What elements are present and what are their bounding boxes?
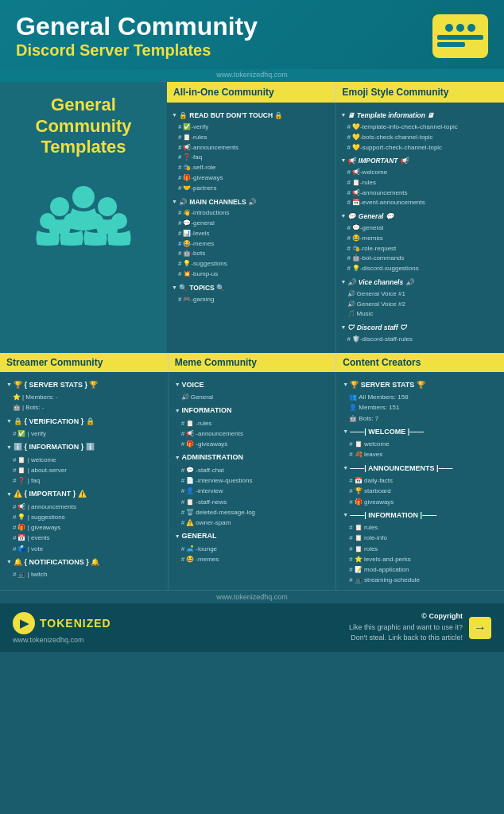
svg-point-0 <box>72 186 95 208</box>
streamer-welcome: #📋 | welcome <box>6 455 161 465</box>
watermark-bottom: www.tokenizedhq.com <box>0 590 504 603</box>
meme-memes: #😂 -memes <box>175 554 330 564</box>
cc-starboard: #🏆 starboard <box>343 486 498 496</box>
footer-brand: TOKENIZED <box>40 617 111 630</box>
meme-staff-news: #📋 -staff-news <box>175 497 330 507</box>
cc-levels: #⭐ levels-and-perks <box>343 554 498 564</box>
channel-verify: #✅-verify <box>172 122 331 133</box>
section-important-emoji: ▼ 📢 IMPORTANT 📢 #📢-welcome #📋-rules #📢-a… <box>341 156 500 208</box>
icon-line2 <box>437 42 465 47</box>
cc-daily-facts: #📅 daily-facts <box>343 475 498 486</box>
section-discord-staff-header: ▼ 🛡 Discord staff 🛡 <box>341 323 500 333</box>
content-col: ▼ 🏆 SERVER STATS 🏆 👥All Members: 158 👤Me… <box>336 372 504 591</box>
col-header-emoji: Emoji Style Community <box>336 82 505 103</box>
streamer-info-header: ▼ ℹ️ { INFORMATION } ℹ️ <box>6 442 161 453</box>
footer-arrow-icon[interactable]: → <box>469 617 491 639</box>
streamer-faq: #❓ | faq <box>6 475 161 486</box>
col-headers: All-in-One Community Emoji Style Communi… <box>167 82 504 103</box>
channel-partners: #🤝-partners <box>172 184 331 194</box>
icon-line1 <box>437 35 483 40</box>
channel-faq: #❓-faq <box>172 153 331 163</box>
cc-announcements-header: ▼ ——| ANNOUNCEMENTS |—— <box>343 463 498 475</box>
streamer-stats-header: ▼ 🏆 { SERVER STATS } 🏆 <box>6 380 161 391</box>
e-channel-memes: #😂-memes <box>341 234 500 244</box>
e-channel-role-request: #🎭-role-request <box>341 244 500 254</box>
e-channel-events: #📅-event-announcements <box>341 198 500 208</box>
icon-lines <box>437 35 483 49</box>
streamer-vote: #🗳️ | vote <box>6 544 161 554</box>
section-read: ▼ 🔒 READ BUT DON'T TOUCH 🔒 #✅-verify #📋-… <box>172 110 331 193</box>
e-channel-general: #💬-general <box>341 223 500 234</box>
streamer-members: ⭐| Members: - <box>6 392 161 402</box>
section-general-emoji-header: ▼ 💬 General 💬 <box>341 211 500 222</box>
meme-voice-general: 🔊General <box>175 392 330 402</box>
channel-bump-us: #💥-bump-us <box>172 269 331 280</box>
cc-roles: #📋 roles <box>343 544 498 554</box>
channel-introductions: #👋-introductions <box>172 208 331 219</box>
header-icon <box>432 14 488 58</box>
e-channel-bot-commands: #🤖-bot-commands <box>341 254 500 264</box>
e-channel-staff-rules: #🛡️-discord-staff-rules <box>341 335 500 345</box>
section-topics-header: ▼ 🔍 TOPICS 🔍 <box>172 283 331 293</box>
channel-giveaways: #🎁-giveaways <box>172 173 331 184</box>
community-icon <box>36 175 131 250</box>
icon-dots <box>445 24 475 32</box>
streamer-bots: 🤖| Bots: - <box>6 402 161 413</box>
cc-giveaways: #🎁 giveaways <box>343 497 498 507</box>
community-svg <box>36 175 131 246</box>
channel-bots: #🤖-bots <box>172 249 331 259</box>
col-allinone: ▼ 🔒 READ BUT DON'T TOUCH 🔒 #✅-verify #📋-… <box>167 103 336 353</box>
streamer-giveaways: #🎁 | giveaways <box>6 522 161 533</box>
dot3 <box>467 24 475 32</box>
section-voice-channels: ▼ 🔊 Vice channels 🔊 🔊General Voice #1 🔊G… <box>341 277 500 320</box>
channel-self-role: #🎭-self-role <box>172 163 331 173</box>
footer-logo-icon: ▶ <box>13 612 35 634</box>
section-main-channels: ▼ 🔊 MAIN CHANNELS 🔊 #👋-introductions #💬-… <box>172 197 331 280</box>
bottom-col-headers: Streamer Community Meme Community Conten… <box>0 353 504 372</box>
cc-members: 👤Members: 151 <box>343 402 498 413</box>
cc-stats-header: ▼ 🏆 SERVER STATS 🏆 <box>343 380 498 391</box>
section-topics: ▼ 🔍 TOPICS 🔍 #🎮-gaming <box>172 283 331 305</box>
col-header-allinone: All-in-One Community <box>167 82 336 103</box>
channel-bots-check: #💛-bots-check-channel-topic <box>341 133 500 143</box>
streamer-verify: #✅ | verify <box>6 428 161 439</box>
meme-interview: #👤 -interview <box>175 486 330 496</box>
streamer-events: #📅 | events <box>6 533 161 543</box>
cols-content: ▼ 🔒 READ BUT DON'T TOUCH 🔒 #✅-verify #📋-… <box>167 103 504 353</box>
cc-mod-app: #📝 mod-application <box>343 564 498 575</box>
section-template-info-header: ▼ 🖥 Template information 🖥 <box>341 110 500 121</box>
channel-levels: #📊-levels <box>172 229 331 239</box>
dot1 <box>445 24 453 32</box>
e-channel-discord-suggestions: #💡-discord-suggestions <box>341 264 500 274</box>
footer-right-wrap: © Copyright Like this graphic and want t… <box>349 611 491 644</box>
cc-bots: 🤖Bots: 7 <box>343 413 498 424</box>
channel-announcements: #📢-announcements <box>172 143 331 153</box>
section-read-header: ▼ 🔒 READ BUT DON'T TOUCH 🔒 <box>172 110 331 121</box>
meme-lounge: #🛋️ -lounge <box>175 544 330 554</box>
dot2 <box>456 24 464 32</box>
main-top-section: General Community Templates <box>0 82 504 353</box>
meme-staff-chat: #💬 -staff-chat <box>175 465 330 475</box>
footer-url: www.tokenizedhq.com <box>13 636 111 644</box>
e-channel-announcements: #📢-announcements <box>341 188 500 199</box>
cc-all-members: 👥All Members: 158 <box>343 392 498 402</box>
svg-point-1 <box>50 197 69 216</box>
section-voice-header: ▼ 🔊 Vice channels 🔊 <box>341 277 500 288</box>
channel-gaming: #🎮-gaming <box>172 295 331 305</box>
voice-general2: 🔊General Voice #2 <box>341 300 500 310</box>
footer-copyright: © Copyright Like this graphic and want t… <box>349 611 463 644</box>
streamer-about: #📋 | about-server <box>6 465 161 475</box>
bottom-header-meme: Meme Community <box>169 353 337 372</box>
header-title-line1: General Community <box>16 13 258 41</box>
watermark-top: www.tokenizedhq.com <box>0 69 504 82</box>
streamer-verification-header: ▼ 🔒 { VERIFICATION } 🔒 <box>6 417 161 428</box>
meme-giveaways: #🎁 -giveaways <box>175 439 330 449</box>
meme-voice-header: ▼ VOICE <box>175 380 330 391</box>
meme-announcements: #📢 -announcements <box>175 428 330 439</box>
voice-music: 🎵Music <box>341 309 500 320</box>
channel-rules: #📋-rules <box>172 133 331 143</box>
streamer-suggestions: #💡 | suggestions <box>6 512 161 522</box>
right-columns: All-in-One Community Emoji Style Communi… <box>167 82 504 353</box>
e-channel-rules: #📋-rules <box>341 178 500 188</box>
cc-leaves: #🍂 leaves <box>343 449 498 459</box>
